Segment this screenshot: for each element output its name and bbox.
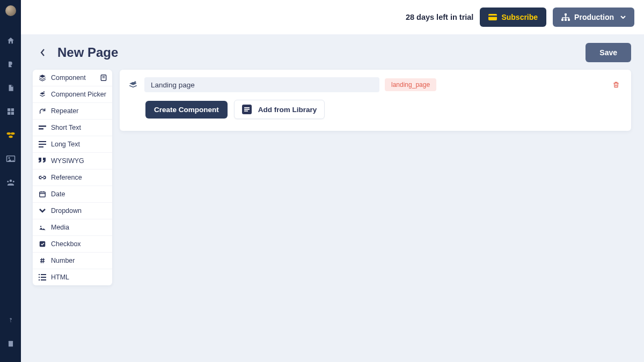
svg-rect-27 [40, 192, 46, 197]
svg-rect-21 [103, 77, 105, 78]
create-component-label: Create Component [154, 106, 219, 114]
nav-help-icon[interactable] [0, 308, 21, 332]
field-types-panel: Component Component Picker [33, 70, 112, 285]
subscribe-button[interactable]: Subscribe [480, 8, 546, 27]
field-type-label: Number [51, 257, 75, 264]
drag-handle-icon[interactable] [127, 79, 139, 91]
svg-rect-0 [8, 108, 10, 111]
nav-collections-icon[interactable] [0, 100, 21, 123]
short-text-icon [38, 123, 47, 132]
environment-label: Production [574, 13, 614, 21]
chevron-down-icon [38, 206, 47, 215]
svg-rect-26 [39, 146, 43, 147]
field-type-html[interactable]: HTML [33, 269, 112, 285]
hash-icon [38, 256, 47, 265]
nav-pages-icon[interactable] [0, 76, 21, 100]
field-type-label: Checkbox [51, 240, 81, 248]
avatar[interactable] [5, 5, 16, 16]
field-type-date[interactable]: Date [33, 186, 112, 203]
save-label: Save [599, 48, 617, 57]
nav-users-icon[interactable] [0, 171, 21, 194]
svg-rect-33 [41, 277, 46, 278]
field-type-long-text[interactable]: Long Text [33, 136, 112, 153]
svg-rect-23 [39, 128, 43, 130]
library-icon [242, 105, 252, 114]
field-type-repeater[interactable]: Repeater [33, 103, 112, 120]
field-type-reference[interactable]: Reference [33, 169, 112, 186]
nav-home-icon[interactable] [0, 29, 21, 53]
topbar: 28 days left in trial Subscribe Producti… [21, 0, 644, 34]
network-icon [561, 13, 570, 21]
field-type-label: Long Text [51, 141, 80, 148]
subscribe-label: Subscribe [501, 13, 538, 21]
svg-point-6 [9, 136, 13, 138]
long-text-icon [38, 140, 47, 149]
svg-rect-34 [39, 279, 40, 280]
left-rail [0, 0, 21, 362]
field-type-number[interactable]: Number [33, 253, 112, 269]
svg-point-9 [9, 180, 12, 182]
svg-rect-22 [39, 125, 46, 127]
svg-rect-32 [39, 277, 40, 278]
layers-icon [38, 73, 47, 82]
layers-plus-icon [38, 90, 47, 99]
nav-docs-icon[interactable] [0, 332, 21, 356]
svg-point-10 [7, 181, 9, 182]
repeat-icon [38, 107, 47, 115]
add-from-library-label: Add from Library [258, 106, 317, 114]
field-type-wysiwyg[interactable]: WYSIWYG [33, 153, 112, 169]
svg-rect-15 [565, 13, 567, 16]
field-type-short-text[interactable]: Short Text [33, 120, 112, 136]
svg-rect-25 [39, 144, 46, 145]
svg-rect-16 [561, 19, 564, 21]
field-type-component-picker[interactable]: Component Picker [33, 86, 112, 103]
svg-rect-36 [244, 107, 250, 108]
svg-point-8 [8, 157, 10, 159]
svg-rect-18 [568, 19, 570, 21]
save-button[interactable]: Save [586, 43, 631, 62]
image-icon [38, 223, 47, 232]
svg-rect-1 [11, 108, 13, 111]
checkbox-icon [38, 240, 47, 248]
back-button[interactable] [36, 46, 49, 59]
svg-rect-38 [244, 110, 248, 112]
svg-rect-13 [488, 14, 497, 20]
component-title-input[interactable] [144, 77, 379, 92]
svg-rect-3 [11, 112, 13, 115]
field-type-component[interactable]: Component [33, 70, 112, 86]
library-icon [98, 73, 109, 83]
credit-card-icon [488, 14, 497, 20]
field-type-label: Media [51, 224, 69, 231]
add-from-library-button[interactable]: Add from Library [234, 100, 325, 119]
svg-rect-2 [8, 112, 10, 115]
link-icon [38, 173, 47, 182]
field-type-checkbox[interactable]: Checkbox [33, 236, 112, 253]
field-type-dropdown[interactable]: Dropdown [33, 203, 112, 219]
svg-point-5 [11, 132, 15, 135]
svg-rect-35 [41, 279, 46, 280]
component-canvas: landing_page Create Component [120, 70, 631, 131]
calendar-icon [38, 190, 47, 198]
field-type-label: WYSIWYG [51, 157, 84, 165]
svg-rect-17 [565, 19, 567, 21]
field-type-label: Short Text [51, 124, 81, 131]
create-component-button[interactable]: Create Component [145, 101, 228, 119]
field-type-label: Repeater [51, 107, 78, 115]
nav-blog-icon[interactable] [0, 53, 21, 76]
delete-button[interactable] [611, 79, 621, 90]
field-type-media[interactable]: Media [33, 219, 112, 236]
list-icon [38, 273, 47, 282]
component-slug-chip: landing_page [385, 78, 436, 91]
field-type-label: Component Picker [51, 91, 106, 98]
svg-rect-12 [8, 341, 12, 347]
chevron-down-icon [620, 16, 626, 19]
field-type-label: Dropdown [51, 207, 82, 215]
nav-media-icon[interactable] [0, 147, 21, 171]
svg-rect-37 [244, 109, 250, 110]
svg-rect-14 [488, 16, 497, 17]
nav-fields-icon[interactable] [0, 123, 21, 147]
environment-button[interactable]: Production [553, 8, 634, 27]
svg-point-4 [6, 132, 11, 135]
quote-icon [38, 157, 47, 165]
svg-rect-20 [103, 76, 105, 77]
